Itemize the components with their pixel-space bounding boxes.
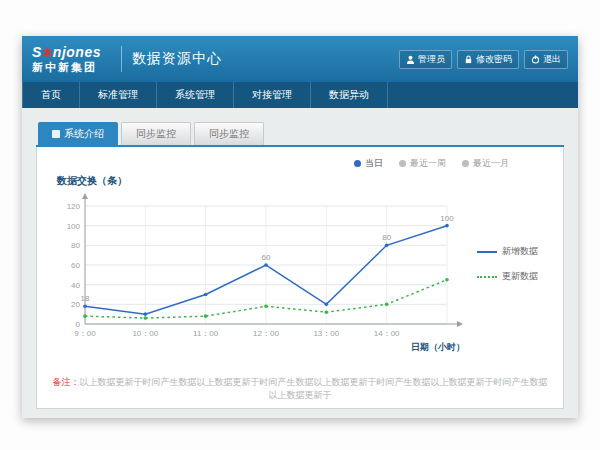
content-area: 系统介绍 同步监控 同步监控 当日 最近一周 <box>22 108 578 418</box>
svg-text:12：00: 12：00 <box>253 329 279 338</box>
filter-today[interactable]: 当日 <box>354 157 383 170</box>
filter-dot-icon <box>462 160 469 167</box>
user-button[interactable]: 管理员 <box>399 50 452 69</box>
logo-text-right: njones <box>53 45 101 59</box>
legend-label: 新增数据 <box>502 245 538 258</box>
legend-item-updated-data[interactable]: 更新数据 <box>477 270 538 283</box>
tab-bar: 系统介绍 同步监控 同步监控 <box>36 122 564 147</box>
svg-text:120: 120 <box>67 202 81 211</box>
logo-wordmark: S njones <box>32 45 101 59</box>
chart-filter-legend: 当日 最近一周 最近一月 <box>51 157 549 170</box>
svg-text:11：00: 11：00 <box>193 329 219 338</box>
tab-sync-monitor-1[interactable]: 同步监控 <box>121 122 191 145</box>
line-chart: 0204060801001209：0010：0011：0012：0013：001… <box>51 190 475 358</box>
svg-text:日期（小时）: 日期（小时） <box>411 342 465 352</box>
chart-panel: 当日 最近一周 最近一月 数据交换（条） 0204060801001209：00… <box>36 147 564 409</box>
tab-icon <box>52 130 60 138</box>
nav-item-home[interactable]: 首页 <box>22 82 80 108</box>
logout-button[interactable]: 退出 <box>524 50 568 69</box>
svg-text:60: 60 <box>262 253 271 262</box>
lock-icon <box>464 55 473 64</box>
nav-item-connection-management[interactable]: 对接管理 <box>234 82 311 108</box>
filter-dot-icon <box>399 160 406 167</box>
solid-line-icon <box>477 251 497 253</box>
app-title: 数据资源中心 <box>132 50 222 68</box>
nav-item-data-change[interactable]: 数据异动 <box>311 82 388 108</box>
main-navbar: 首页 标准管理 系统管理 对接管理 数据异动 <box>22 82 578 108</box>
filter-dot-icon <box>354 160 361 167</box>
filter-label: 当日 <box>365 157 383 170</box>
filter-label: 最近一月 <box>473 157 509 170</box>
nav-item-system-management[interactable]: 系统管理 <box>157 82 234 108</box>
user-icon <box>406 55 415 64</box>
tab-sync-monitor-2[interactable]: 同步监控 <box>194 122 264 145</box>
dashed-line-icon <box>477 276 497 278</box>
change-password-button[interactable]: 修改密码 <box>457 50 519 69</box>
footnote-label: 备注： <box>53 377 80 387</box>
svg-text:0: 0 <box>76 320 81 329</box>
header-divider <box>121 46 122 72</box>
logo-star-icon <box>43 48 52 57</box>
svg-text:14：00: 14：00 <box>374 329 400 338</box>
company-logo: S njones 新中新集团 <box>32 45 101 73</box>
app-window: S njones 新中新集团 数据资源中心 <box>22 36 578 418</box>
filter-last-week[interactable]: 最近一周 <box>399 157 446 170</box>
svg-text:40: 40 <box>71 281 80 290</box>
tab-label: 同步监控 <box>209 127 249 141</box>
svg-text:18: 18 <box>81 294 90 303</box>
nav-item-standard-management[interactable]: 标准管理 <box>80 82 157 108</box>
svg-text:13：00: 13：00 <box>313 329 339 338</box>
tab-system-intro[interactable]: 系统介绍 <box>38 122 118 145</box>
chart-row: 0204060801001209：0010：0011：0012：0013：001… <box>51 190 549 358</box>
footnote: 备注：以上数据更新于时间产生数据以上数据更新于时间产生数据以上数据更新于时间产生… <box>51 376 549 402</box>
app-header: S njones 新中新集团 数据资源中心 <box>22 36 578 82</box>
header-actions: 管理员 修改密码 退出 <box>399 50 568 69</box>
change-password-label: 修改密码 <box>476 53 512 66</box>
logo-subtitle: 新中新集团 <box>32 62 101 73</box>
legend-label: 更新数据 <box>502 270 538 283</box>
tab-label: 系统介绍 <box>64 127 104 141</box>
footnote-text: 以上数据更新于时间产生数据以上数据更新于时间产生数据以上数据更新于时间产生数据以… <box>80 377 548 400</box>
user-button-label: 管理员 <box>418 53 445 66</box>
filter-last-month[interactable]: 最近一月 <box>462 157 509 170</box>
svg-text:80: 80 <box>71 241 80 250</box>
series-legend: 新增数据 更新数据 <box>477 245 538 283</box>
svg-text:9：00: 9：00 <box>74 329 96 338</box>
logo-text-left: S <box>32 45 42 59</box>
svg-text:20: 20 <box>71 300 80 309</box>
y-axis-title: 数据交换（条） <box>57 174 549 188</box>
svg-text:80: 80 <box>382 233 391 242</box>
svg-text:10：00: 10：00 <box>132 329 158 338</box>
page-background: S njones 新中新集团 数据资源中心 <box>0 0 600 450</box>
svg-text:100: 100 <box>67 222 81 231</box>
tab-label: 同步监控 <box>136 127 176 141</box>
svg-text:100: 100 <box>440 214 454 223</box>
filter-label: 最近一周 <box>410 157 446 170</box>
svg-text:60: 60 <box>71 261 80 270</box>
legend-item-new-data[interactable]: 新增数据 <box>477 245 538 258</box>
logout-button-label: 退出 <box>543 53 561 66</box>
power-icon <box>531 55 540 64</box>
